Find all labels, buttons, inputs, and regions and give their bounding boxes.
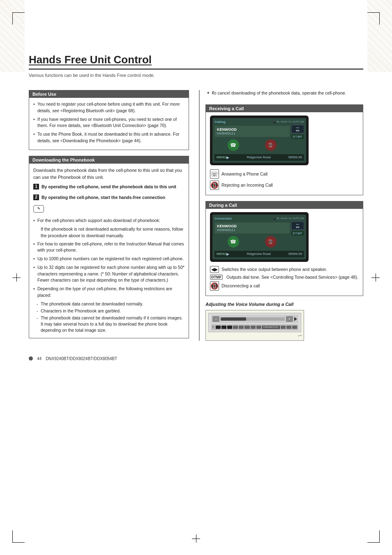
slider-seg-10 [286,326,291,329]
step-1-text: By operating the cell-phone, send the ph… [42,183,176,190]
connected-contact: KENWOOD 0429465111 [214,222,290,234]
kenwood-label: KENWOOD [262,326,280,329]
voice-adjust-note: ↑ᵐ [208,332,301,338]
time-label: AM [300,120,304,123]
vol-minus[interactable]: − [212,316,219,322]
corner-mark-bl [12,530,25,543]
connected-contact-name: KENWOOD [217,224,287,228]
step-2: 2 By operating the cell-phone, start the… [33,194,184,201]
connected-dtmf: DTMF [291,231,304,236]
connected-contact-num: 0429465111 [217,228,287,232]
connected-status-bar: Connected 📱 BL HOLD Yd. AUTO AM [214,217,304,220]
receiving-title: Receiving a Call [206,105,363,112]
note-icon-container: ✎ [33,205,184,215]
calling-status-bar: Calling 📱 BL HOLD Yd. AUTO AM [214,120,304,124]
connected-contact-area: KENWOOD 0429465111 ☎ 📵 [214,222,290,250]
page-subtitle: Various functions can be used in the Han… [29,73,363,78]
answer-caption-text: Answering a Phone Call [221,171,267,176]
calling-screen-inner: Calling 📱 BL HOLD Yd. AUTO AM [212,118,306,163]
calling-screen-mockup: Calling 📱 BL HOLD Yd. AUTO AM [210,116,309,165]
footer-dot [29,356,33,361]
step-2-number: 2 [33,194,39,200]
slider-seg-9 [281,326,286,329]
yd-icon: Yd. [288,120,292,123]
footer-model: DNX9240BT/DDX8024BT/DDX8054BT [46,356,117,361]
slider-seg-1 [216,326,221,329]
connected-status-label: Connected [214,217,231,220]
calling-dtmf: DTMF [291,134,304,139]
reject-caption: 📵 Rejecting an Incoming Call [210,180,359,190]
disconnect-caption: 📵 Disconnecting a call [210,281,359,291]
vol-slider-bar [221,317,284,321]
calling-contact-num: 0429465111 [217,132,287,135]
vol-plus[interactable]: + [286,316,293,322]
menu-label: MENU [217,155,226,159]
answer-phone-icon: ☏ [210,169,219,179]
slider-seg-5 [239,326,244,329]
right-column: • To cancel downloading of the phonebook… [199,90,363,344]
connected-screen-inner: Connected 📱 BL HOLD Yd. AUTO AM [212,215,306,259]
connected-nav-arrow: ▶ [226,252,229,256]
in-call-hangup-icon: 📵 [265,236,277,247]
step-2-text: By operating the cell-phone, start the h… [42,194,165,201]
left-column: Before Use You need to register your cel… [29,90,189,344]
reject-button-icon: 📵 [265,139,277,151]
download-bullet-2: For how to operate the cell-phone, refer… [33,241,184,254]
dtmf-bracket-icon: DTMF [210,275,223,280]
slider-seg-2 [221,326,226,329]
download-bullet-4: Up to 32 digits can be registered for ea… [33,264,184,284]
vol-triangle-icon [294,317,297,321]
adjust-arrow-note: ↑ᵐ [297,334,301,338]
download-sub-note: If the phonebook is not downloaded autom… [33,226,184,239]
connected-sms-icon: 📱 [273,217,276,220]
connected-auto-icon: AUTO [293,217,300,220]
download-bullet-1: For the cell-phones which support auto-d… [33,217,184,224]
during-call-section: During a Call Connected 📱 BL HOLD [205,201,363,296]
calling-screen-icons: 📱 BL HOLD Yd. AUTO AM [273,120,304,123]
connected-screen-icons: 📱 BL HOLD Yd. AUTO AM [273,217,304,220]
connected-time-label: AM [300,217,304,220]
calling-status-label: Calling [214,120,226,124]
vol-label-left: 0 [212,326,214,329]
during-call-title: During a Call [206,201,363,209]
auto-icon: AUTO [293,120,300,123]
slider-seg-3 [227,326,232,329]
connected-signal: ▪▪▪ ■■ [291,222,304,230]
connected-menu-label: MENU [217,252,226,256]
bl-icon: BL [277,120,279,123]
slider-seg-8 [256,326,261,329]
cancel-note-container: • To cancel downloading of the phonebook… [205,90,363,99]
before-use-bullet-2: If you have registered two or more cell-… [33,116,184,130]
right-border-indicator [199,90,200,341]
cross-mark-right [371,273,380,282]
dtmf-caption: DTMF Outputs dial tone. See <Controlling… [210,275,359,280]
voice-adjust-mockup: − + 0 [205,310,304,341]
connected-right-panel: ▪▪▪ ■■ DTMF [291,222,304,250]
receiving-section: Receiving a Call Calling 📱 BL HOLD [205,104,363,195]
calling-right-panel: ▪▪▪ ■■ DTMF [291,125,304,153]
answer-button-icon: ☎ [228,139,239,151]
vol-slider-fill [221,317,246,321]
connected-yd-icon: Yd. [288,217,292,220]
calling-bottom-bar: MENU ▶ Ridgeview Road 99999.99 [214,154,304,161]
downloading-title: Downloading the Phonebook [29,156,189,164]
before-use-bullet-3: To use the Phone Book, it must be downlo… [33,131,184,144]
calling-contact: KENWOOD 0429465111 [214,126,290,137]
disconnect-caption-text: Disconnecting a call [221,283,260,288]
voice-adjust-title: Adjusting the Voice Volume during a Call [205,302,363,307]
calling-contact-name: KENWOOD [217,127,287,132]
voice-adjust-bottom: 0 KENWOOD [211,324,298,330]
slider-seg-7 [251,326,256,329]
connected-nav-label: Ridgeview Road [229,252,288,256]
voice-adjust-inner: − + 0 [208,313,301,332]
slider-seg-4 [233,326,238,329]
connected-bl-icon: BL [277,217,279,220]
right-col-inner: • To cancel downloading of the phonebook… [199,90,363,341]
sms-icon: 📱 [273,120,276,123]
before-use-bullet-1: You need to register your cell-phone bef… [33,101,184,114]
speaker-caption: ◀▶ Switches the voice output between pho… [210,266,359,273]
sub-bullet-2: Characters in the Phonebook are garbled. [33,308,184,314]
speaker-caption-text: Switches the voice output between phone … [221,267,327,272]
hold-icon: HOLD [281,120,288,123]
connected-signal-bars: ▪▪▪ [293,223,302,226]
